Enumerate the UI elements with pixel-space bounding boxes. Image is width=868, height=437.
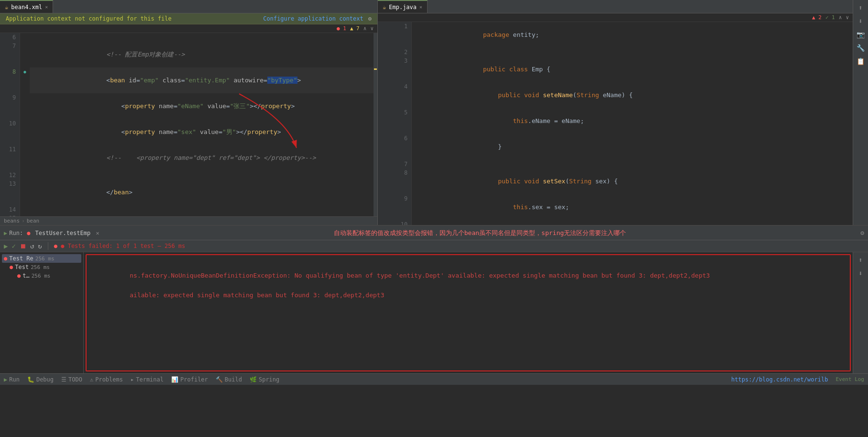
java-tab-close[interactable]: ✕ bbox=[419, 4, 422, 10]
status-profiler[interactable]: 📊 Profiler bbox=[171, 376, 208, 383]
tree-error-icon-2: ● bbox=[10, 264, 13, 270]
status-debug[interactable]: 🐛 Debug bbox=[27, 376, 54, 383]
table-row: 12 bbox=[0, 171, 377, 179]
xml-tab-bar: ☕ bean4.xml ✕ bbox=[0, 0, 377, 13]
event-log[interactable]: Event Log bbox=[835, 376, 864, 382]
status-bar: ▶ Run 🐛 Debug ☰ TODO ⚠ Problems ▸ Termin… bbox=[0, 373, 868, 385]
run-stop-btn[interactable]: ⏹ bbox=[20, 242, 26, 250]
table-row: 2 bbox=[378, 48, 853, 56]
table-row: 10 <property name="sex" value="男"></prop… bbox=[0, 119, 377, 145]
tree-error-icon: ● bbox=[4, 255, 7, 262]
run-side-up[interactable]: ⬆ bbox=[858, 256, 862, 264]
configure-link[interactable]: Configure application context bbox=[263, 15, 363, 22]
side-icon-tool[interactable]: 🔧 bbox=[857, 44, 865, 52]
run-status-icon: ▶ bbox=[4, 376, 7, 383]
java-code-area: 1 package entity; 2 3 bbox=[378, 22, 853, 225]
run-tab-name[interactable]: ● TestUser.testEmp ✕ bbox=[27, 230, 99, 236]
table-row: 14 bbox=[0, 205, 377, 214]
test-status: ● ● Tests failed: 1 of 1 test – 256 ms bbox=[54, 243, 186, 249]
run-error-message: 自动装配标签的值改成按类型会报错，因为几个bean虽不同名但是同类型，sprin… bbox=[103, 229, 857, 237]
run-side-icons: ⬆ ⬇ bbox=[853, 252, 868, 373]
run-output-text: ns.factory.NoUniqueBeanDefinitionExcepti… bbox=[92, 261, 844, 311]
run-icon: ▶ bbox=[4, 230, 7, 236]
todo-icon: ☰ bbox=[61, 376, 66, 383]
table-row: 10 } bbox=[378, 220, 853, 225]
table-row: 5 this.eName = eName; bbox=[378, 108, 853, 134]
terminal-icon: ▸ bbox=[131, 376, 134, 383]
run-panel: ▶ Run: ● TestUser.testEmp ✕ 自动装配标签的值改成按类… bbox=[0, 225, 868, 373]
side-icon-up[interactable]: ⬆ bbox=[858, 4, 862, 11]
java-error-count: ▲ 2 bbox=[812, 14, 822, 21]
table-row: 6 bbox=[0, 33, 377, 42]
run-test-icon: ● bbox=[27, 230, 30, 236]
tree-error-icon-3: ● bbox=[17, 272, 21, 279]
status-spring[interactable]: 🌿 Spring bbox=[250, 376, 279, 383]
run-tab-bar: ▶ Run: ● TestUser.testEmp ✕ 自动装配标签的值改成按类… bbox=[0, 226, 868, 240]
tree-item-time-2: 256 ms bbox=[31, 264, 50, 270]
list-item[interactable]: ● t… 256 ms bbox=[2, 271, 81, 280]
run-content: ● Test Re 256 ms ● Test 256 ms ● t… 256 … bbox=[0, 252, 868, 373]
gear-icon[interactable]: ⚙ bbox=[368, 15, 372, 22]
xml-tag-open: < bbox=[91, 77, 110, 84]
java-nav-up[interactable]: ∧ bbox=[839, 14, 842, 21]
run-tab-close[interactable]: ✕ bbox=[96, 230, 99, 236]
side-icon-down[interactable]: ⬇ bbox=[858, 17, 862, 25]
xml-tab[interactable]: ☕ bean4.xml ✕ bbox=[0, 0, 53, 13]
run-output: ns.factory.NoUniqueBeanDefinitionExcepti… bbox=[86, 254, 851, 371]
nav-up[interactable]: ∧ bbox=[363, 25, 367, 32]
toolbar-divider bbox=[48, 242, 48, 250]
run-tree: ● Test Re 256 ms ● Test 256 ms ● t… 256 … bbox=[0, 252, 84, 373]
java-tab-bar: ☕ Emp.java ✕ bbox=[378, 0, 853, 13]
xml-tab-close[interactable]: ✕ bbox=[45, 4, 48, 10]
build-icon: 🔨 bbox=[216, 376, 223, 383]
table-row: 4 public void seteName(String eName) { bbox=[378, 82, 853, 108]
table-row: 3 public class Emp { bbox=[378, 56, 853, 82]
problems-icon: ⚠ bbox=[90, 376, 93, 383]
list-item[interactable]: ● Test Re 256 ms bbox=[2, 254, 81, 263]
list-item[interactable]: ● Test 256 ms bbox=[2, 263, 81, 271]
table-row: 1 package entity; bbox=[378, 22, 853, 48]
table-row: 7 <!-- 配置Emp对象创建--> bbox=[0, 42, 377, 67]
breadcrumb-beans[interactable]: beans bbox=[4, 218, 20, 224]
debug-icon: 🐛 bbox=[27, 376, 34, 383]
run-play-btn[interactable]: ▶ bbox=[4, 242, 8, 250]
status-build[interactable]: 🔨 Build bbox=[216, 376, 242, 383]
table-row: 8 ● <bean id="emp" class="entity.Emp" au… bbox=[0, 67, 377, 93]
run-rerun-btn[interactable]: ↺ bbox=[30, 242, 34, 250]
test-fail-icon: ● bbox=[54, 243, 57, 249]
status-terminal[interactable]: ▸ Terminal bbox=[131, 376, 164, 383]
side-icon-camera[interactable]: 📷 bbox=[857, 31, 865, 38]
run-check-btn[interactable]: ✓ bbox=[11, 242, 15, 250]
run-side-down[interactable]: ⬇ bbox=[858, 269, 862, 277]
side-icon-panel: ⬆ ⬇ 📷 🔧 📋 bbox=[853, 0, 868, 225]
run-toolbar: ▶ ✓ ⏹ ↺ ↻ ● ● Tests failed: 1 of 1 test … bbox=[0, 240, 868, 252]
breadcrumb: beans › bean bbox=[0, 216, 377, 225]
tree-item-label-3: t… bbox=[22, 272, 29, 279]
table-row: 11 <!-- <property name="dept" ref="dept"… bbox=[0, 145, 377, 171]
java-error-bar: ▲ 2 ✓ 1 ∧ ∨ bbox=[378, 13, 853, 22]
run-settings-icon[interactable]: ⚙ bbox=[860, 229, 864, 236]
breadcrumb-bean[interactable]: bean bbox=[27, 218, 40, 224]
java-check-count: ✓ 1 bbox=[825, 14, 835, 21]
error-count: ● 1 bbox=[337, 25, 346, 32]
java-tab-label: Emp.java bbox=[389, 4, 417, 11]
table-row: 9 <property name="eName" value="张三"></pr… bbox=[0, 93, 377, 119]
status-problems[interactable]: ⚠ Problems bbox=[90, 376, 123, 383]
java-tab[interactable]: ☕ Emp.java ✕ bbox=[378, 0, 428, 13]
code-comment: <!-- 配置Emp对象创建--> bbox=[91, 51, 185, 58]
nav-down[interactable]: ∨ bbox=[370, 25, 374, 32]
run-tab-text: Run: bbox=[9, 230, 23, 236]
tree-item-time-3: 256 ms bbox=[32, 273, 51, 279]
side-icon-clipboard[interactable]: 📋 bbox=[857, 57, 865, 65]
status-todo[interactable]: ☰ TODO bbox=[61, 376, 82, 383]
table-row: 8 public void setSex(String sex) { bbox=[378, 168, 853, 194]
status-url[interactable]: https://blog.csdn.net/worilb bbox=[731, 376, 828, 383]
status-run[interactable]: ▶ Run bbox=[4, 376, 20, 383]
tree-item-label-2: Test bbox=[15, 264, 29, 270]
xml-tab-label: bean4.xml bbox=[11, 4, 42, 11]
notification-text: Application context not configured for t… bbox=[6, 15, 172, 22]
java-nav-down[interactable]: ∨ bbox=[846, 14, 849, 21]
error-warn-bar: ● 1 ▲ 7 ∧ ∨ bbox=[0, 24, 377, 33]
notification-bar: Application context not configured for t… bbox=[0, 13, 377, 24]
run-rerun2-btn[interactable]: ↻ bbox=[38, 242, 42, 250]
